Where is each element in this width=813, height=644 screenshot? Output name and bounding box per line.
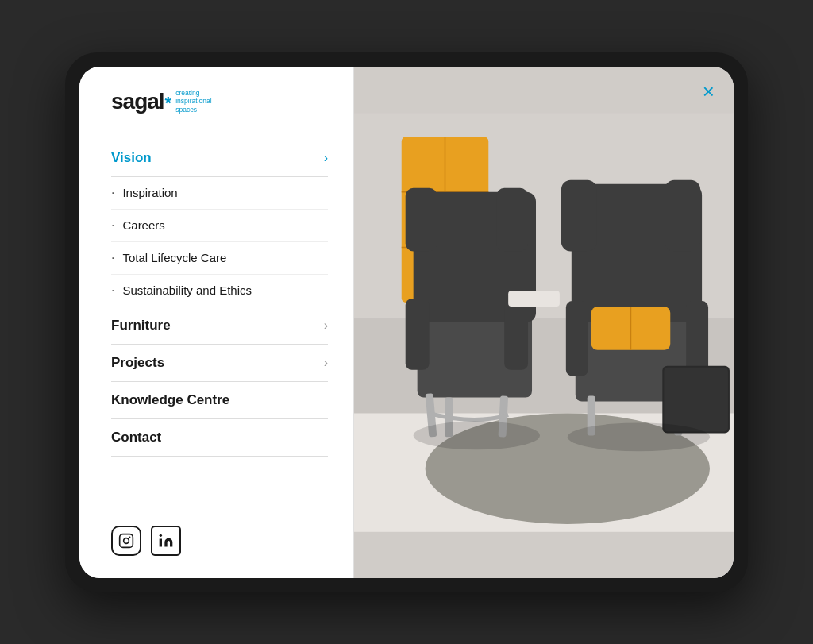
- social-icons: [111, 526, 328, 556]
- tagline-line1: creating: [175, 89, 211, 97]
- modal-content: sagal* creating inspirational spaces Vis…: [79, 67, 734, 578]
- svg-rect-3: [160, 538, 162, 546]
- device-frame: sagal* creating inspirational spaces Vis…: [65, 52, 748, 592]
- svg-rect-15: [406, 187, 437, 251]
- svg-rect-17: [406, 299, 430, 370]
- nav-item-projects[interactable]: Projects ›: [111, 345, 328, 382]
- logo-text: sagal*: [111, 89, 171, 114]
- logo-area: sagal* creating inspirational spaces: [111, 89, 328, 114]
- nav-label-vision: Vision: [111, 150, 152, 166]
- svg-rect-16: [496, 187, 528, 251]
- nav-label-contact: Contact: [111, 430, 161, 445]
- nav-label-lifecycle: Total Lifecycle Care: [122, 251, 226, 264]
- svg-rect-25: [561, 179, 597, 251]
- svg-rect-26: [665, 179, 700, 251]
- nav-sub-sustainability[interactable]: · Sustainability and Ethics: [111, 275, 328, 307]
- nav-item-knowledge[interactable]: Knowledge Centre: [111, 382, 328, 419]
- nav-sub-careers[interactable]: · Careers: [111, 210, 328, 242]
- svg-rect-27: [566, 301, 588, 376]
- logo-wordmark: sagal: [111, 89, 164, 114]
- svg-rect-0: [120, 534, 133, 547]
- nav-arrow-furniture: ›: [324, 318, 328, 333]
- tagline-line3: spaces: [175, 106, 211, 114]
- nav-item-contact[interactable]: Contact: [111, 419, 328, 457]
- furniture-illustration: [354, 67, 734, 578]
- svg-point-1: [124, 538, 129, 543]
- nav-arrow-vision: ›: [324, 151, 328, 165]
- svg-rect-34: [664, 367, 728, 431]
- linkedin-icon[interactable]: [151, 526, 181, 556]
- image-panel: [354, 67, 734, 578]
- svg-rect-28: [686, 301, 708, 376]
- nav-label-furniture: Furniture: [111, 318, 171, 334]
- nav-label-knowledge: Knowledge Centre: [111, 392, 229, 408]
- svg-point-35: [414, 421, 540, 449]
- nav-item-vision[interactable]: Vision ›: [111, 140, 328, 177]
- sub-bullet-lifecycle: ·: [111, 251, 114, 265]
- nav-label-projects: Projects: [111, 355, 164, 371]
- tagline-line2: inspirational: [175, 97, 211, 105]
- nav-arrow-projects: ›: [324, 356, 328, 370]
- nav-label-sustainability: Sustainability and Ethics: [122, 283, 252, 297]
- svg-point-36: [568, 422, 710, 451]
- sub-bullet-careers: ·: [111, 218, 114, 233]
- svg-point-4: [160, 534, 162, 536]
- nav-items: Vision › · Inspiration · Careers · Tot: [111, 140, 328, 507]
- nav-label-careers: Careers: [122, 218, 164, 232]
- logo-tagline: creating inspirational spaces: [175, 89, 211, 114]
- device-screen: sagal* creating inspirational spaces Vis…: [79, 67, 734, 578]
- logo-star: *: [165, 93, 171, 113]
- nav-sub-lifecycle[interactable]: · Total Lifecycle Care: [111, 242, 328, 275]
- sub-bullet-sustainability: ·: [111, 283, 114, 298]
- nav-item-furniture[interactable]: Furniture ›: [111, 307, 328, 345]
- svg-point-2: [129, 536, 131, 538]
- nav-label-inspiration: Inspiration: [122, 186, 177, 199]
- nav-sub-inspiration[interactable]: · Inspiration: [111, 177, 328, 210]
- close-button[interactable]: ×: [703, 81, 715, 102]
- svg-rect-18: [504, 299, 528, 370]
- instagram-icon[interactable]: [111, 526, 141, 556]
- sub-bullet-inspiration: ·: [111, 186, 114, 200]
- nav-panel: sagal* creating inspirational spaces Vis…: [79, 67, 354, 578]
- svg-rect-22: [508, 291, 560, 307]
